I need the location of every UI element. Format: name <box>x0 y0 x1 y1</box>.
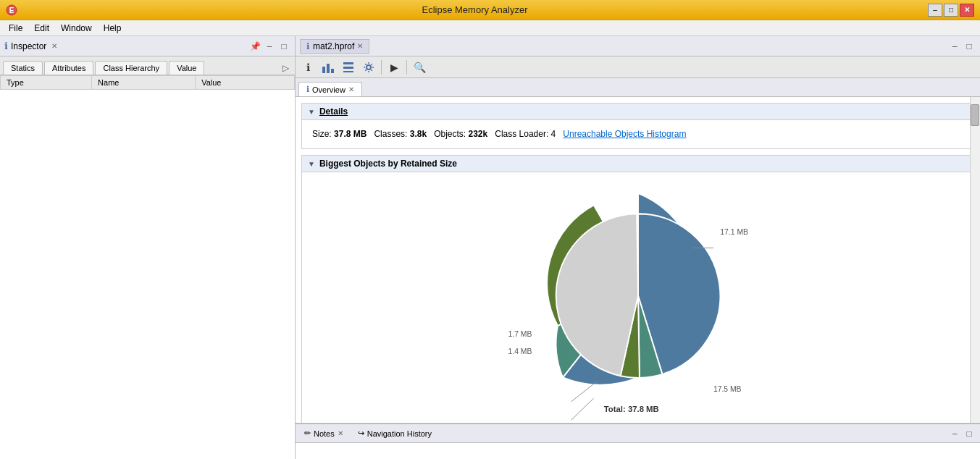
classes-value: 3.8k <box>410 129 427 139</box>
content-tab-label: Overview <box>312 85 345 94</box>
toolbar-info-btn[interactable]: ℹ <box>298 59 317 76</box>
inspector-icon: ℹ <box>4 41 8 51</box>
maximize-button[interactable]: □ <box>944 4 958 17</box>
svg-rect-2 <box>322 67 325 73</box>
svg-rect-3 <box>327 64 330 73</box>
inspector-title-area: ℹ Inspector ✕ <box>4 41 59 51</box>
classes-label: Classes: <box>374 129 407 139</box>
inspector-label: Inspector <box>11 41 46 51</box>
class-loader-label: Class Loader: <box>495 129 548 139</box>
total-label: Total: 37.8 MB <box>603 405 658 413</box>
svg-rect-6 <box>343 67 353 69</box>
file-tab-icon: ℹ <box>306 41 310 51</box>
right-panel: ℹ mat2.hprof ✕ – □ ℹ ▶ 🔍 <box>296 36 980 459</box>
biggest-objects-section: ▼ Biggest Objects by Retained Size <box>301 155 974 423</box>
inspector-header: ℹ Inspector ✕ 📌 – □ <box>0 36 295 56</box>
inspector-pin-btn[interactable]: 📌 <box>248 40 261 53</box>
inspector-table-container[interactable]: Type Name Value <box>0 75 295 459</box>
file-tab-label: mat2.hprof <box>313 41 354 51</box>
svg-rect-5 <box>343 62 353 64</box>
objects-label: Objects: <box>434 129 466 139</box>
inspector-controls: 📌 – □ <box>248 40 290 53</box>
bottom-maximize-btn[interactable]: □ <box>963 427 976 440</box>
label-17-1: 17.1 MB <box>720 228 748 236</box>
content-tab-close[interactable]: ✕ <box>348 85 354 93</box>
svg-point-8 <box>367 65 371 70</box>
tab-value[interactable]: Value <box>169 61 204 75</box>
details-body: Size: 37.8 MB Classes: 3.8k Objects: 232… <box>302 120 973 148</box>
nav-history-tab[interactable]: ↪ Navigation History <box>353 427 436 439</box>
bottom-tabs: ✏ Notes ✕ ↪ Navigation History <box>300 427 436 439</box>
title-bar: E Eclipse Memory Analyzer – □ ✕ <box>0 0 980 20</box>
details-title: Details <box>319 106 348 117</box>
inspector-maximize-btn[interactable]: □ <box>277 40 290 53</box>
col-type: Type <box>1 76 92 90</box>
overview-content[interactable]: ▼ Details Size: 37.8 MB Classes: 3.8k Ob… <box>296 97 980 423</box>
left-panel: ℹ Inspector ✕ 📌 – □ Statics Attributes C… <box>0 36 296 459</box>
details-section: ▼ Details Size: 37.8 MB Classes: 3.8k Ob… <box>301 103 974 149</box>
size-value: 37.8 MB <box>334 129 367 139</box>
app-icon: E <box>6 4 17 16</box>
right-minimize-btn[interactable]: – <box>948 40 961 53</box>
label-1-7: 1.7 MB <box>508 330 532 338</box>
unreachable-link[interactable]: Unreachable Objects Histogram <box>563 129 686 139</box>
window-controls: – □ ✕ <box>928 4 974 17</box>
tab-action-btn[interactable]: ▷ <box>279 62 292 75</box>
bottom-panel: ✏ Notes ✕ ↪ Navigation History – □ <box>296 423 980 459</box>
svg-text:E: E <box>9 7 14 14</box>
size-label: Size: <box>312 129 332 139</box>
tab-class-hierarchy[interactable]: Class Hierarchy <box>95 61 167 75</box>
toolbar-options-btn[interactable] <box>359 59 378 76</box>
pie-chart-container: 17.1 MB 1.7 MB 1.4 MB 17.5 MB Total: 37.… <box>302 172 973 423</box>
window-title: Eclipse Memory Analyzer <box>22 4 928 15</box>
details-toggle[interactable]: ▼ <box>308 108 315 116</box>
notes-tab[interactable]: ✏ Notes ✕ <box>300 427 348 439</box>
menu-file[interactable]: File <box>3 22 28 35</box>
notes-icon: ✏ <box>304 429 311 438</box>
content-tab-overview[interactable]: ℹ Overview ✕ <box>298 82 362 96</box>
toolbar-search-btn[interactable]: 🔍 <box>410 59 429 76</box>
toolbar-sep1 <box>381 60 382 75</box>
notes-close[interactable]: ✕ <box>338 429 343 437</box>
col-name: Name <box>92 76 196 90</box>
menu-help[interactable]: Help <box>98 22 127 35</box>
close-button[interactable]: ✕ <box>960 4 974 17</box>
label-17-5: 17.5 MB <box>713 385 741 393</box>
inspector-content: Statics Attributes Class Hierarchy Value… <box>0 56 295 459</box>
svg-rect-4 <box>331 69 334 73</box>
toolbar-histogram-btn[interactable] <box>319 59 338 76</box>
details-header: ▼ Details <box>302 104 973 120</box>
inspector-tabs: Statics Attributes Class Hierarchy Value <box>3 61 206 75</box>
inspector-close-btn[interactable]: ✕ <box>49 41 59 51</box>
scrollbar-track[interactable] <box>970 97 980 423</box>
scrollbar-thumb[interactable] <box>971 104 979 126</box>
bottom-minimize-btn[interactable]: – <box>948 427 961 440</box>
objects-value: 232k <box>469 129 488 139</box>
menu-window[interactable]: Window <box>55 22 98 35</box>
inspector-minimize-btn[interactable]: – <box>263 40 276 53</box>
inspector-tab-bar: Statics Attributes Class Hierarchy Value… <box>0 56 295 75</box>
right-panel-controls: – □ <box>948 40 976 53</box>
toolbar-run-btn[interactable]: ▶ <box>385 59 403 76</box>
biggest-objects-toggle[interactable]: ▼ <box>308 160 315 168</box>
right-top-bar: ℹ mat2.hprof ✕ – □ <box>296 36 980 56</box>
toolbar-threads-btn[interactable] <box>339 59 358 76</box>
class-loader-value: 4 <box>551 129 556 139</box>
menu-bar: File Edit Window Help <box>0 20 980 36</box>
content-tab-bar: ℹ Overview ✕ <box>296 78 980 97</box>
nav-icon: ↪ <box>358 429 364 438</box>
svg-line-11 <box>571 398 593 420</box>
tab-statics[interactable]: Statics <box>3 61 43 75</box>
nav-label: Navigation History <box>367 429 432 438</box>
file-tab[interactable]: ℹ mat2.hprof ✕ <box>300 39 369 54</box>
main-toolbar: ℹ ▶ 🔍 <box>296 56 980 78</box>
svg-rect-7 <box>343 71 353 72</box>
main-layout: ℹ Inspector ✕ 📌 – □ Statics Attributes C… <box>0 36 980 459</box>
tab-attributes[interactable]: Attributes <box>44 61 93 75</box>
bottom-content <box>296 443 980 459</box>
right-maximize-btn[interactable]: □ <box>963 40 976 53</box>
minimize-button[interactable]: – <box>928 4 942 17</box>
menu-edit[interactable]: Edit <box>28 22 55 35</box>
file-tab-close[interactable]: ✕ <box>357 42 363 50</box>
toolbar-sep2 <box>406 60 407 75</box>
